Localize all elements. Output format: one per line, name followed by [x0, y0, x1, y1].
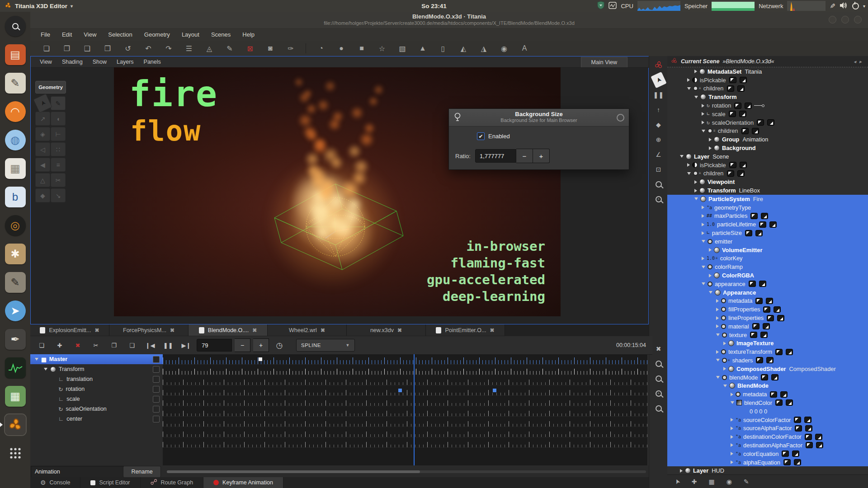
tree-row-sourcealphafactor[interactable]: "asourceAlphaFactor: [667, 424, 868, 432]
input-connector-icon[interactable]: [727, 170, 734, 177]
cut-keyframes-button[interactable]: ✂: [88, 339, 104, 352]
expander-icon[interactable]: [687, 87, 691, 90]
arrow-tool[interactable]: ➤: [651, 72, 666, 88]
track-row-center[interactable]: ∟center: [30, 414, 163, 424]
expander-icon[interactable]: [680, 469, 683, 473]
expander-icon[interactable]: [694, 96, 698, 99]
time-cycle-icon[interactable]: ◷: [272, 339, 287, 352]
toggle-keyframes-button[interactable]: ❏: [34, 339, 49, 352]
expander-icon[interactable]: [702, 130, 705, 132]
frame-decrease-button[interactable]: −: [235, 338, 250, 352]
tree-row-children[interactable]: ≡children: [667, 127, 868, 136]
tree-row-blendmode[interactable]: BlendMode: [667, 381, 868, 390]
tree-row-volumeemitter[interactable]: VolumeEmitter: [667, 246, 868, 254]
dialog-menu-icon[interactable]: [617, 114, 624, 122]
expander-icon[interactable]: [723, 367, 726, 371]
tree-row-sourcecolorfactor[interactable]: "asourceColorFactor: [667, 416, 868, 424]
track-row-scale[interactable]: ∟scale: [30, 394, 163, 404]
output-connector-icon[interactable]: [769, 221, 777, 228]
viewport-menu-layers[interactable]: Layers: [112, 57, 138, 66]
expander-icon[interactable]: [731, 435, 733, 439]
viewport-menu-show[interactable]: Show: [88, 57, 111, 66]
pause-button[interactable]: ❚❚: [160, 339, 176, 352]
expander-icon[interactable]: [702, 206, 704, 209]
menu-scenes[interactable]: Scenes: [206, 29, 236, 40]
disk2d-button[interactable]: ●: [333, 42, 349, 54]
file-tab-explosionemitt[interactable]: ExplosionEmitt...✖: [30, 324, 109, 336]
dock-item-firefox[interactable]: ◠: [5, 101, 26, 122]
tree-row-metadataset[interactable]: MetadataSetTitania: [667, 67, 868, 76]
ink-pen-button[interactable]: ✑: [283, 42, 299, 54]
input-connector-icon[interactable]: [727, 85, 734, 92]
track-lane-empty[interactable]: [163, 437, 647, 448]
tree-row-particlesize[interactable]: ∟particleSize: [667, 229, 868, 237]
track-lane-center[interactable]: [163, 417, 647, 427]
expander-icon[interactable]: [694, 70, 697, 73]
dock-item-image-editor[interactable]: ✱: [5, 243, 26, 265]
expander-icon[interactable]: [702, 121, 704, 124]
close-tab-icon[interactable]: ✖: [397, 327, 402, 333]
tree-row-colorequation[interactable]: "acolorEquation: [667, 450, 868, 458]
geometry-palette-label[interactable]: Geometry: [35, 81, 66, 94]
input-connector-icon[interactable]: [775, 349, 783, 355]
dock-item-calculator[interactable]: ▦: [5, 385, 26, 407]
timeline-tracks[interactable]: [163, 354, 647, 465]
output-connector-icon[interactable]: [804, 417, 811, 423]
input-connector-icon[interactable]: [763, 306, 770, 313]
flip-tool[interactable]: ◁: [35, 142, 50, 156]
tessellate-tool[interactable]: ◈: [35, 127, 50, 141]
draw-tool-button[interactable]: ✎: [222, 42, 238, 54]
expander-icon[interactable]: [716, 316, 719, 320]
arc2d-button[interactable]: ◔: [313, 42, 329, 54]
input-connector-icon[interactable]: [759, 221, 766, 228]
tree-row-viewpoint[interactable]: Viewpoint: [667, 178, 868, 186]
expander-icon[interactable]: [702, 266, 705, 268]
input-connector-icon[interactable]: [757, 119, 764, 126]
input-connector-icon[interactable]: [783, 459, 791, 465]
track-lane-empty[interactable]: [163, 427, 647, 437]
tree-row-lineproperties[interactable]: lineProperties: [667, 314, 868, 322]
rename-button[interactable]: Rename: [123, 466, 161, 478]
dock-item-web-browser[interactable]: ◍: [5, 129, 26, 151]
output-connector-icon[interactable]: [755, 230, 763, 236]
track-checkbox[interactable]: [153, 386, 160, 393]
grid-tool[interactable]: ▦: [708, 478, 714, 485]
output-connector-icon[interactable]: [752, 128, 759, 134]
menu-view[interactable]: View: [79, 29, 101, 40]
viewport-menu-panels[interactable]: Panels: [139, 57, 165, 66]
cut-tool[interactable]: ✂: [51, 173, 66, 187]
file-tab-pointemittero[interactable]: PointEmitter.O...✖: [426, 324, 505, 336]
extrude-tool[interactable]: ◀: [35, 158, 50, 172]
dock-item-text-editor[interactable]: ✎: [5, 72, 26, 94]
globe-tool[interactable]: ⊕: [652, 134, 665, 145]
expander-icon[interactable]: [702, 282, 705, 285]
tree-row-colorkey[interactable]: 1.0≡colorKey: [667, 254, 868, 263]
expander-icon[interactable]: [716, 308, 719, 311]
tree-row-maxparticles[interactable]: ##maxParticles: [667, 212, 868, 221]
expander-icon[interactable]: [709, 274, 712, 277]
duplicate-scene-button[interactable]: ❐: [59, 42, 75, 54]
keyframe-marker[interactable]: [493, 389, 496, 392]
ratio-increase-button[interactable]: +: [533, 149, 550, 163]
track-row-translation[interactable]: ∟translation: [30, 374, 163, 384]
dock-item-folder-app[interactable]: ▤: [5, 44, 26, 66]
tree-row-shaders[interactable]: ≡shaders: [667, 356, 868, 365]
output-connector-icon[interactable]: [780, 391, 788, 398]
track-lane-Transform[interactable]: [163, 365, 647, 375]
output-connector-icon[interactable]: [771, 374, 778, 380]
dock-item-pen-tool[interactable]: ✒: [5, 328, 26, 350]
expander-icon[interactable]: [694, 197, 698, 200]
expander-icon[interactable]: [731, 427, 733, 430]
maximize-button[interactable]: [841, 16, 849, 23]
track-lane-Master[interactable]: [163, 354, 647, 365]
interpolation-select[interactable]: SPLINE ▼: [296, 339, 355, 352]
elevation-grid-button[interactable]: ◭: [455, 42, 472, 54]
text-node-button[interactable]: A: [516, 42, 533, 54]
input-connector-icon[interactable]: [752, 323, 760, 329]
file-tab-blendmodeo[interactable]: BlendMode.O....✖: [189, 324, 268, 336]
panel-tab-script-editor[interactable]: Script Editor: [80, 477, 140, 488]
tree-row-scaleorientation[interactable]: ↻scaleOrientation: [667, 118, 868, 127]
track-checkbox[interactable]: [153, 396, 160, 403]
dock-item-bluefish-editor[interactable]: b: [5, 186, 26, 208]
tree-row-layer[interactable]: LayerScene: [667, 152, 868, 161]
